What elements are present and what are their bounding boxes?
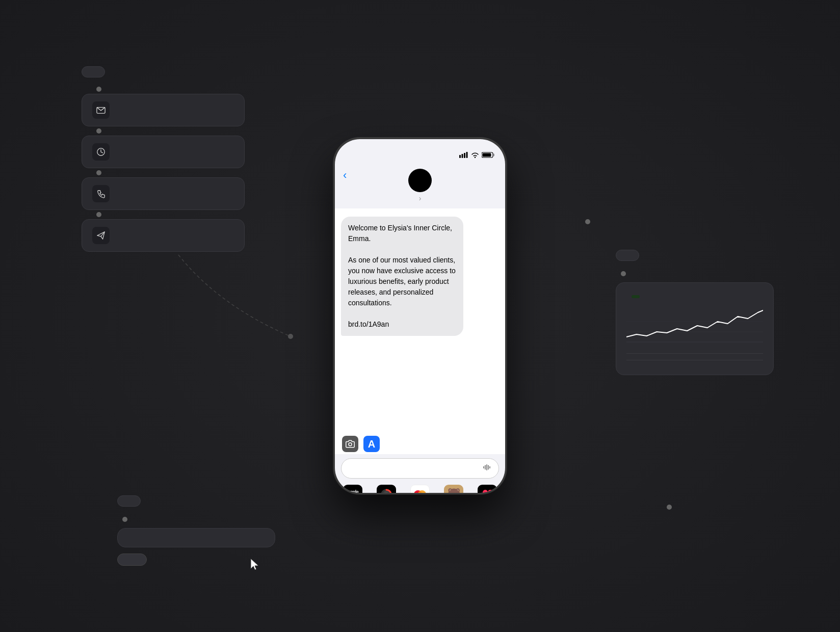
phone-messages: Welcome to Elysia's Inner Circle, Emma.A… xyxy=(335,208,505,433)
insights-dot xyxy=(621,271,626,276)
contact-name[interactable] xyxy=(419,194,422,202)
journey-step-wait xyxy=(82,136,245,168)
heart-svg xyxy=(482,489,493,494)
chart-divider-2 xyxy=(626,360,763,360)
ai-generated-section xyxy=(117,495,275,566)
step-dot-3 xyxy=(96,170,101,175)
connector-dot-insights xyxy=(585,219,590,224)
insights-card xyxy=(616,282,774,375)
waveform-svg xyxy=(482,463,491,472)
chart-divider-1 xyxy=(626,353,763,354)
svg-rect-12 xyxy=(483,466,484,469)
camera-icon[interactable] xyxy=(342,436,358,452)
mc-svg xyxy=(413,490,427,494)
voice-input-icon xyxy=(482,463,491,474)
phone-icon xyxy=(92,185,110,202)
battery-icon xyxy=(482,152,495,158)
svg-rect-5 xyxy=(462,154,463,158)
phone-app-icons-row: ApplePay xyxy=(341,483,499,494)
svg-rect-15 xyxy=(488,465,489,470)
clock-icon xyxy=(92,143,110,161)
app-store-icon[interactable]: A xyxy=(363,436,380,452)
email-svg xyxy=(96,106,106,115)
phone-bottom: ApplePay xyxy=(335,454,505,494)
cursor-svg xyxy=(250,558,261,572)
svg-rect-16 xyxy=(489,466,490,469)
svg-rect-4 xyxy=(459,155,461,158)
health-icon[interactable] xyxy=(478,485,497,494)
automated-journeys-pill xyxy=(82,66,105,77)
svg-point-19 xyxy=(385,493,388,494)
phone-device: ‹ Welcome to Elysia's Inner Circle, Emma… xyxy=(333,138,507,494)
email-icon xyxy=(92,101,110,119)
clock-svg xyxy=(96,147,106,156)
cam-svg xyxy=(346,439,355,449)
insights-badge xyxy=(632,295,640,298)
generate-button[interactable] xyxy=(117,554,147,566)
svg-rect-10 xyxy=(483,153,491,157)
signal-icon xyxy=(459,152,468,158)
phone-status-bar xyxy=(335,139,505,165)
step-dot-4 xyxy=(96,212,101,217)
svg-point-18 xyxy=(383,491,389,494)
back-button[interactable]: ‹ xyxy=(343,169,347,182)
phone-quick-icons: A xyxy=(335,433,505,454)
wifi-icon xyxy=(471,152,479,158)
journey-step-send-sms xyxy=(82,219,245,252)
svg-rect-6 xyxy=(464,153,465,158)
ai-dot xyxy=(122,517,127,522)
phone-wrapper: ‹ Welcome to Elysia's Inner Circle, Emma… xyxy=(333,138,507,494)
insights-metric-row xyxy=(626,295,763,298)
memoji-icon[interactable]: 🐻 xyxy=(444,485,463,494)
svg-rect-13 xyxy=(485,465,486,470)
svg-rect-7 xyxy=(466,152,468,158)
sparkline-chart xyxy=(626,306,763,347)
svg-point-11 xyxy=(349,443,352,446)
status-icons xyxy=(459,152,495,158)
mastercard-icon[interactable] xyxy=(410,485,430,494)
mouse-cursor xyxy=(250,558,261,572)
paper-plane-svg xyxy=(96,231,106,240)
automated-journeys-section xyxy=(82,66,245,254)
message-text: Welcome to Elysia's Inner Circle, Emma.A… xyxy=(348,223,456,330)
floating-dot-bottom-right xyxy=(667,505,672,510)
journey-step-sms-opt xyxy=(82,177,245,210)
paper-plane-icon xyxy=(92,227,110,244)
step-dot-2 xyxy=(96,128,101,134)
insights-title-pill xyxy=(616,250,639,261)
ring-svg xyxy=(381,489,392,494)
message-bubble: Welcome to Elysia's Inner Circle, Emma.A… xyxy=(341,217,463,336)
ai-title-pill xyxy=(117,495,141,507)
apple-pay-icon[interactable]: ApplePay xyxy=(343,485,362,494)
contact-avatar xyxy=(408,169,432,192)
imessage-input[interactable] xyxy=(341,458,499,479)
step-dot-1 xyxy=(96,87,101,92)
ai-prompt-card xyxy=(117,528,275,547)
activity-ring-icon[interactable] xyxy=(377,485,396,494)
phone-svg xyxy=(96,189,106,198)
svg-rect-14 xyxy=(486,464,487,470)
phone-header: ‹ xyxy=(335,165,505,208)
sparkline-svg xyxy=(626,306,763,347)
actionable-insights-section xyxy=(616,250,774,375)
journey-step-signup xyxy=(82,94,245,126)
svg-rect-9 xyxy=(493,154,494,156)
